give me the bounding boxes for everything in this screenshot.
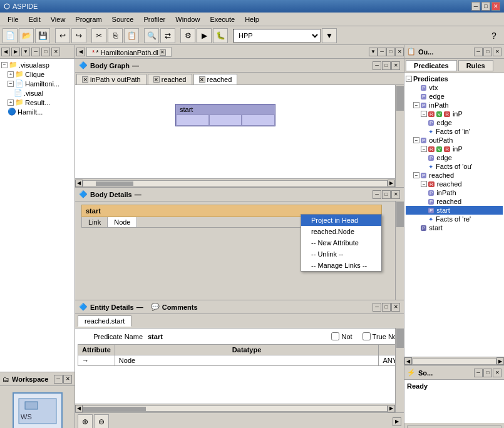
- menu-program[interactable]: Program: [70, 14, 106, 24]
- profile-combo[interactable]: HPP: [233, 29, 321, 43]
- rtree-inpath-edge[interactable]: P edge: [406, 118, 503, 127]
- rtree-reached-inpath[interactable]: P inPath: [406, 188, 503, 197]
- left-panel-menu[interactable]: ▼: [21, 48, 30, 56]
- tab-inpath-outpath-close[interactable]: ✕: [82, 76, 88, 83]
- graph-node-start[interactable]: start: [175, 104, 275, 126]
- expand-root[interactable]: −: [406, 76, 412, 82]
- start-tab-link[interactable]: Link: [82, 217, 108, 227]
- expand-reached[interactable]: −: [413, 172, 419, 178]
- rtree-reached-r[interactable]: − R reached: [406, 180, 503, 188]
- help-btn[interactable]: ?: [486, 28, 501, 43]
- tree-item-visualasp[interactable]: − 📁 .visualasp: [1, 60, 73, 69]
- right-scroll-right[interactable]: ▶: [496, 357, 504, 365]
- entity-vscroll[interactable]: [395, 329, 404, 412]
- left-panel-max[interactable]: □: [41, 48, 50, 56]
- left-nav-back[interactable]: ◀: [1, 48, 10, 56]
- ctx-unlink[interactable]: -- Unlink --: [301, 248, 381, 260]
- expand-visualasp[interactable]: −: [1, 62, 8, 68]
- save-button[interactable]: 💾: [35, 28, 50, 43]
- details-vscroll[interactable]: [395, 201, 404, 300]
- tab-rules[interactable]: Rules: [458, 60, 493, 71]
- tab-predicates[interactable]: Predicates: [406, 60, 457, 71]
- new-button[interactable]: 📄: [3, 28, 18, 43]
- menu-help[interactable]: Help: [240, 14, 264, 24]
- graph-hscroll[interactable]: ◀ ▶: [75, 178, 395, 187]
- not-checkbox[interactable]: [331, 332, 339, 340]
- right-bottom-min[interactable]: ─: [474, 369, 483, 377]
- find-button[interactable]: 🔍: [144, 28, 159, 43]
- start-tab-node[interactable]: Node: [108, 217, 137, 227]
- ctx-project-in-head[interactable]: Project in Head: [301, 215, 381, 226]
- body-graph-close[interactable]: ✕: [391, 61, 400, 70]
- entity-details-max[interactable]: □: [382, 303, 391, 312]
- tree-item-hamiltoni[interactable]: − 📄 Hamiltoni...: [1, 79, 73, 88]
- rtree-start[interactable]: P start: [406, 223, 503, 232]
- ctx-reached-node[interactable]: reached.Node: [301, 226, 381, 237]
- right-panel-close[interactable]: ✕: [493, 48, 501, 56]
- menu-execute[interactable]: Execute: [205, 14, 240, 24]
- expand-outpath[interactable]: −: [413, 137, 419, 143]
- rtree-outpath-edge[interactable]: P edge: [406, 153, 503, 162]
- sync-sources-button[interactable]: Synchronize Sources: [407, 425, 501, 428]
- graph-scroll-left[interactable]: ◀: [75, 180, 83, 187]
- rtree-reached[interactable]: − P reached: [406, 171, 503, 180]
- tab-reached-1[interactable]: ✕ reached: [148, 74, 192, 84]
- menu-file[interactable]: File: [3, 14, 24, 24]
- ctx-new-attribute[interactable]: -- New Attribute: [301, 237, 381, 248]
- rtree-inpath-facts[interactable]: ✦ Facts of 'in': [406, 127, 503, 136]
- build-button[interactable]: ⚙: [180, 28, 195, 43]
- body-details-min[interactable]: ─: [373, 190, 381, 199]
- body-details-max[interactable]: □: [382, 190, 391, 199]
- body-graph-min[interactable]: ─: [373, 61, 381, 70]
- right-bottom-close[interactable]: ✕: [493, 369, 501, 377]
- right-panel-max[interactable]: □: [483, 48, 492, 56]
- run-button[interactable]: ▶: [197, 28, 212, 43]
- replace-button[interactable]: ⇄: [160, 28, 175, 43]
- minimize-button[interactable]: ─: [471, 2, 480, 11]
- cut-button[interactable]: ✂: [91, 28, 106, 43]
- rtree-outpath-facts[interactable]: ✦ Facts of 'ou': [406, 162, 503, 171]
- rtree-vtx[interactable]: P vtx: [406, 83, 503, 92]
- paste-button[interactable]: 📋: [124, 28, 139, 43]
- rtree-outpath-rvr[interactable]: − R V R inP: [406, 145, 503, 153]
- menu-profiler[interactable]: Profiler: [138, 14, 170, 24]
- bottom-btn-2[interactable]: ⊖: [94, 414, 109, 429]
- tree-item-hamilt[interactable]: 🔵 Hamilt...: [1, 107, 73, 116]
- expand-inpath-rvr[interactable]: −: [421, 111, 427, 117]
- right-panel-min[interactable]: ─: [474, 48, 483, 56]
- entity-scroll-right[interactable]: ▶: [388, 405, 395, 412]
- open-button[interactable]: 📂: [19, 28, 34, 43]
- rtree-reached-reached[interactable]: P reached: [406, 197, 503, 206]
- expand-result[interactable]: +: [8, 99, 14, 106]
- bottom-nav[interactable]: ▶: [393, 417, 401, 426]
- close-button[interactable]: ✕: [491, 2, 500, 11]
- menu-source[interactable]: Source: [107, 14, 139, 24]
- graph-scroll-right[interactable]: ▶: [388, 180, 395, 187]
- left-panel-min[interactable]: ─: [31, 48, 40, 56]
- rtree-outpath[interactable]: − P outPath: [406, 136, 503, 145]
- file-tab-close[interactable]: ✕: [160, 49, 166, 56]
- tree-item-clique[interactable]: + 📁 Clique: [1, 69, 73, 79]
- rtree-reached-start[interactable]: P start: [406, 206, 503, 215]
- entity-hscroll[interactable]: ◀ ▶: [75, 404, 395, 412]
- rtree-inpath-rvr[interactable]: − R V R inP: [406, 110, 503, 118]
- file-tab-prev[interactable]: ◀: [76, 48, 85, 56]
- right-bottom-max[interactable]: □: [483, 369, 492, 377]
- tree-item-result[interactable]: + 📁 Result...: [1, 98, 73, 107]
- menu-window[interactable]: Window: [170, 14, 205, 24]
- expand-clique[interactable]: +: [8, 71, 14, 78]
- expand-inpath[interactable]: −: [413, 102, 419, 108]
- tree-item-visual[interactable]: 📄 .visual: [1, 88, 73, 98]
- ctx-manage-links[interactable]: -- Manage Links --: [301, 260, 381, 271]
- file-tab-max[interactable]: □: [386, 48, 395, 56]
- tab-reached-2-close[interactable]: ✕: [199, 76, 205, 83]
- ws-min[interactable]: ─: [54, 375, 63, 384]
- true-not-checkbox[interactable]: [363, 332, 371, 340]
- graph-vscroll[interactable]: [395, 85, 404, 187]
- menu-edit[interactable]: Edit: [24, 14, 46, 24]
- left-nav-fwd[interactable]: ▶: [11, 48, 20, 56]
- expand-outpath-rvr[interactable]: −: [421, 146, 427, 152]
- right-hscroll[interactable]: ◀ ▶: [404, 357, 504, 365]
- entity-details-close[interactable]: ✕: [391, 303, 400, 312]
- left-panel-close[interactable]: ✕: [51, 48, 60, 56]
